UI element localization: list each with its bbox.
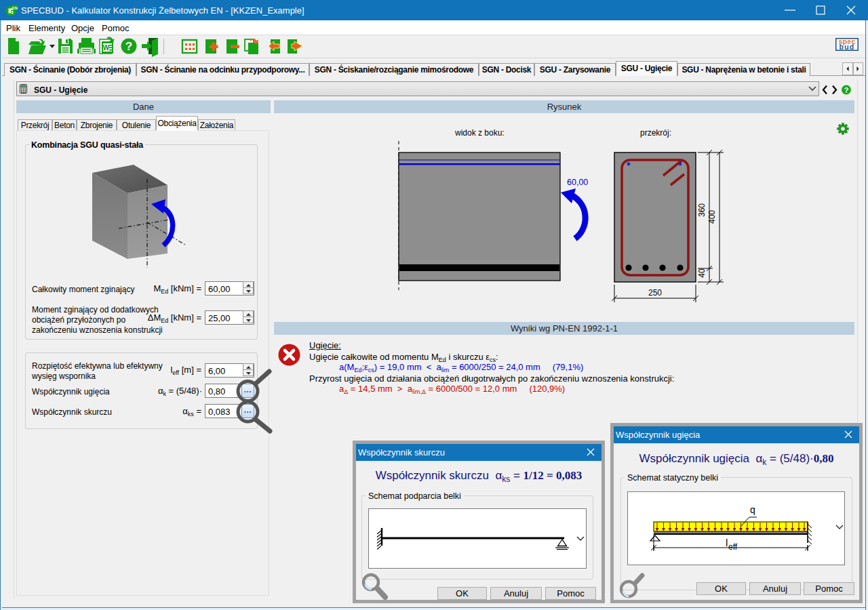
svg-text:l: l <box>726 537 728 548</box>
svg-text:?: ? <box>844 86 849 94</box>
svg-text:60,00: 60,00 <box>567 178 588 187</box>
svg-text:W: W <box>103 44 110 52</box>
svg-text:40: 40 <box>697 268 707 278</box>
svg-text:250: 250 <box>648 288 662 298</box>
svg-text:?: ? <box>125 40 132 53</box>
svg-text:400: 400 <box>707 210 717 224</box>
svg-text:q: q <box>750 504 755 515</box>
svg-text:eff: eff <box>728 542 738 552</box>
svg-text:360: 360 <box>697 203 707 217</box>
svg-text:bud: bud <box>840 43 855 51</box>
svg-text:EN: EN <box>12 6 18 10</box>
